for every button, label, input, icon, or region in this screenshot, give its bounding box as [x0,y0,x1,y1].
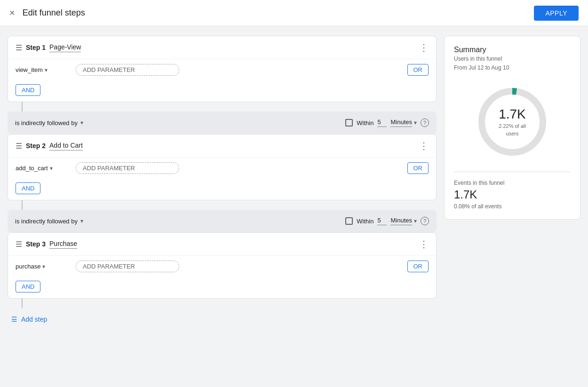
events-value: 1.7K [454,188,571,201]
close-icon[interactable]: × [9,8,15,18]
step-3-name[interactable]: Purchase [49,240,77,249]
reorder-icon-1: ☰ [16,43,22,52]
transition-1-within-unit: Minutes [390,118,412,127]
step-2-add-param-button[interactable]: ADD PARAMETER [76,162,179,174]
summary-title-section: Summary Users in this funnel From Jul 12… [454,46,571,72]
step-3-card: ☰ Step 3 Purchase ⋮ purchase ▾ ADD PARAM… [8,232,437,299]
transition-2-row: is indirectly followed by ▾ Within 5 Min… [8,210,437,232]
step-1-and-button[interactable]: AND [16,84,40,96]
page-title: Edit funnel steps [23,8,85,18]
step-2-card: ☰ Step 2 Add to Cart ⋮ add_to_cart ▾ ADD… [8,134,437,200]
step-1-header: ☰ Step 1 Page-View ⋮ [8,36,436,59]
step-2-and-row: AND [8,179,436,200]
transition-1-within-unit-dropdown[interactable]: Minutes ▾ [390,118,417,127]
users-percent: 2.22% of all users [499,123,525,136]
header: × Edit funnel steps APPLY [0,0,588,26]
step-1-dropdown-arrow: ▾ [45,67,48,73]
transition-1-label: is indirectly followed by [15,119,78,126]
step-2-and-button[interactable]: AND [16,182,40,194]
step-3-event-dropdown[interactable]: purchase ▾ [16,263,72,270]
add-step-label: Add step [21,316,47,323]
step-2-event-name: add_to_cart [16,165,48,172]
donut-center: 1.7K 2.22% of all users [493,107,531,137]
left-panel: ☰ Step 1 Page-View ⋮ view_item ▾ ADD PAR… [0,26,444,387]
step-3-and-button[interactable]: AND [16,281,40,292]
step-1-number: Step 1 [26,44,46,51]
summary-title: Summary [454,46,571,54]
transition-2-within-label: Within [357,218,373,225]
step-2-header: ☰ Step 2 Add to Cart ⋮ [8,134,436,158]
step-1-add-param-button[interactable]: ADD PARAMETER [76,64,179,76]
connector-line-2 [22,200,23,210]
step-2-name[interactable]: Add to Cart [49,142,83,150]
step-1-name[interactable]: Page-View [49,43,81,52]
connector-1 [8,102,437,111]
step-3-event-row: purchase ▾ ADD PARAMETER OR [8,256,436,277]
events-section: Events in this funnel 1.7K 0.08% of all … [454,180,571,210]
summary-date-range: From Jul 12 to Aug 10 [454,64,571,72]
summary-panel: Summary Users in this funnel From Jul 12… [444,36,580,220]
users-value: 1.7K [493,107,531,122]
transition-1-within-label: Within [357,119,373,126]
transition-1-unit-arrow: ▾ [414,119,417,126]
step-1-more-icon[interactable]: ⋮ [419,42,429,53]
summary-divider [454,172,571,172]
transition-2-dropdown[interactable]: is indirectly followed by ▾ [15,218,83,225]
step-1-event-row: view_item ▾ ADD PARAMETER OR [8,59,436,80]
transition-1-row: is indirectly followed by ▾ Within 5 Min… [8,111,437,134]
transition-1-within-checkbox[interactable] [345,119,353,126]
transition-2-unit-arrow: ▾ [414,218,417,224]
step-3-event-name: purchase [16,263,40,270]
step-1-card: ☰ Step 1 Page-View ⋮ view_item ▾ ADD PAR… [8,36,437,102]
step-1-event-dropdown[interactable]: view_item ▾ [16,66,72,73]
reorder-icon-3: ☰ [16,240,22,249]
connector-line-1 [22,102,23,111]
transition-1-dropdown[interactable]: is indirectly followed by ▾ [15,119,83,126]
step-2-dropdown-arrow: ▾ [50,165,53,172]
header-left: × Edit funnel steps [9,8,85,18]
add-step-icon: ☰ [11,316,17,323]
step-1-or-button[interactable]: OR [407,64,429,76]
transition-1-within-section: Within 5 Minutes ▾ ? [345,118,429,127]
step-3-number: Step 3 [26,240,46,248]
add-step-row[interactable]: ☰ Add step [8,308,437,327]
transition-2-within-checkbox[interactable] [345,217,353,225]
transition-2-within-unit-dropdown[interactable]: Minutes ▾ [390,217,417,225]
transition-2-label: is indirectly followed by [15,218,78,225]
transition-1-dropdown-arrow: ▾ [80,119,83,126]
transition-2-within-value[interactable]: 5 [377,217,387,225]
transition-2-within-section: Within 5 Minutes ▾ ? [345,217,429,225]
step-3-more-icon[interactable]: ⋮ [419,238,429,250]
step-2-more-icon[interactable]: ⋮ [419,140,429,151]
step-1-header-left: ☰ Step 1 Page-View [16,43,81,52]
main-content: ☰ Step 1 Page-View ⋮ view_item ▾ ADD PAR… [0,26,588,387]
transition-2-within-unit: Minutes [390,217,412,225]
transition-2-help-icon[interactable]: ? [421,217,429,225]
reorder-icon-2: ☰ [16,142,22,150]
apply-button[interactable]: APPLY [534,6,579,21]
step-3-dropdown-arrow: ▾ [42,263,45,270]
step-1-and-row: AND [8,80,436,102]
step-3-header-left: ☰ Step 3 Purchase [16,240,77,249]
donut-chart: 1.7K 2.22% of all users [475,84,550,159]
transition-1-within-value[interactable]: 5 [377,118,387,127]
events-label: Events in this funnel [454,180,571,186]
step-3-add-param-button[interactable]: ADD PARAMETER [76,261,179,272]
transition-2-dropdown-arrow: ▾ [80,218,83,224]
step-2-event-row: add_to_cart ▾ ADD PARAMETER OR [8,158,436,179]
events-percent: 0.08% of all events [454,203,571,210]
step-3-header: ☰ Step 3 Purchase ⋮ [8,233,436,256]
transition-1-help-icon[interactable]: ? [421,118,429,127]
step-3-or-button[interactable]: OR [407,261,429,272]
donut-container: 1.7K 2.22% of all users [454,79,571,164]
step-3-and-row: AND [8,277,436,298]
step-2-event-dropdown[interactable]: add_to_cart ▾ [16,165,72,172]
summary-users-label: Users in this funnel [454,55,571,63]
step-2-header-left: ☰ Step 2 Add to Cart [16,142,83,150]
connector-2 [8,200,437,210]
connector-line-3 [22,299,23,308]
step-2-number: Step 2 [26,142,46,150]
connector-3 [8,299,437,308]
step-2-or-button[interactable]: OR [407,162,429,174]
step-1-event-name: view_item [16,66,43,73]
